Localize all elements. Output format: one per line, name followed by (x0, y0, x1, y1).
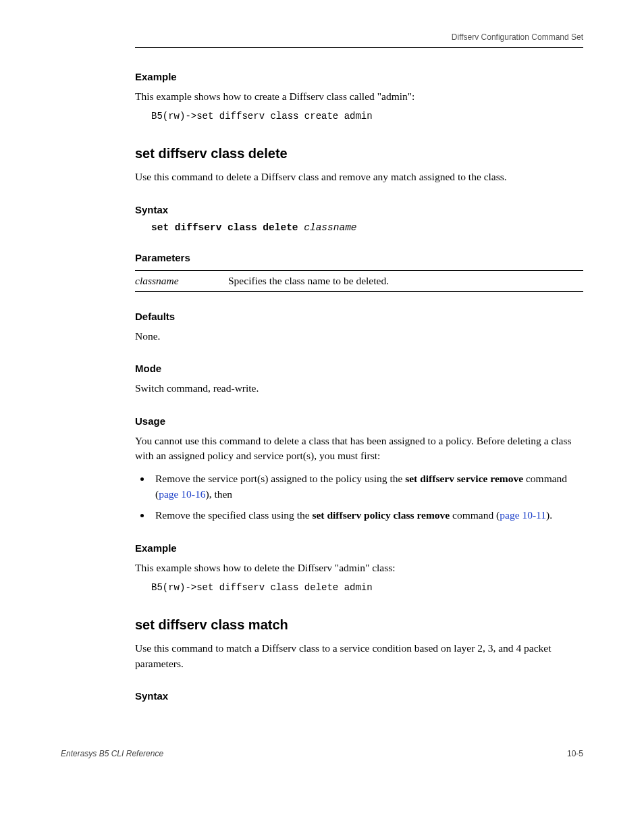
bullet-text: Remove the specified class using the (155, 509, 312, 521)
section-heading-mode: Mode (135, 363, 583, 374)
param-desc-cell: Specifies the class name to be deleted. (228, 270, 583, 291)
usage-body: You cannot use this command to delete a … (135, 434, 583, 464)
command-heading-match: set diffserv class match (135, 617, 583, 633)
page-footer: Enterasys B5 CLI Reference 10-5 (0, 749, 644, 785)
section-heading-parameters-1: Parameters (135, 252, 583, 263)
usage-bullet-list: Remove the service port(s) assigned to t… (135, 471, 583, 523)
bullet-text: ), then (205, 488, 232, 500)
page-link[interactable]: page 10-16 (159, 488, 205, 500)
footer-doc-title: Enterasys B5 CLI Reference (61, 749, 163, 758)
section-heading-usage: Usage (135, 415, 583, 427)
section-heading-syntax-2: Syntax (135, 690, 583, 702)
header-rule (135, 47, 583, 48)
bullet-command: set diffserv service remove (405, 473, 523, 484)
bullet-text: command ( (450, 509, 500, 521)
example-code-1: B5(rw)->set diffserv class create admin (151, 111, 583, 122)
footer-page-number: 10-5 (567, 749, 583, 758)
command-desc-match: Use this command to match a Diffserv cla… (135, 641, 583, 671)
example-intro-2: This example shows how to delete the Dif… (135, 561, 583, 575)
defaults-body: None. (135, 329, 583, 344)
command-desc-delete: Use this command to delete a Diffserv cl… (135, 170, 583, 184)
syntax-command: set diffserv class delete (151, 222, 298, 233)
table-row: classname Specifies the class name to be… (135, 270, 583, 291)
parameters-table: classname Specifies the class name to be… (135, 270, 583, 292)
section-heading-defaults: Defaults (135, 311, 583, 322)
command-heading-delete: set diffserv class delete (135, 146, 583, 161)
list-item: Remove the specified class using the set… (151, 507, 583, 523)
header-breadcrumb: Diffserv Configuration Command Set (135, 32, 583, 47)
example-code-2: B5(rw)->set diffserv class delete admin (151, 582, 583, 593)
page-link[interactable]: page 10-11 (500, 509, 546, 521)
syntax-argument: classname (304, 222, 356, 233)
section-heading-syntax-1: Syntax (135, 204, 583, 215)
page-content: Diffserv Configuration Command Set Examp… (0, 0, 644, 749)
mode-body: Switch command, read-write. (135, 381, 583, 396)
bullet-text: Remove the service port(s) assigned to t… (155, 473, 405, 484)
syntax-line-1: set diffserv class delete classname (151, 222, 583, 233)
list-item: Remove the service port(s) assigned to t… (151, 471, 583, 502)
section-heading-example-1: Example (135, 71, 583, 82)
bullet-text: ). (546, 509, 552, 521)
section-heading-example-2: Example (135, 542, 583, 554)
example-intro-1: This example shows how to create a Diffs… (135, 89, 583, 104)
bullet-command: set diffserv policy class remove (312, 509, 450, 521)
param-name-cell: classname (135, 270, 228, 291)
